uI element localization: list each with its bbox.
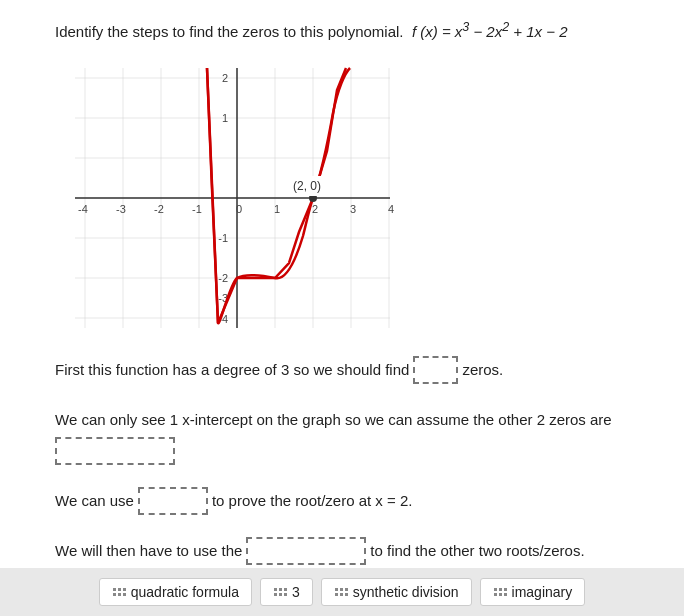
paragraph-1: First this function has a degree of 3 so… xyxy=(55,356,644,384)
svg-text:-1: -1 xyxy=(218,232,228,244)
point-label: (2, 0) xyxy=(293,179,321,193)
chip-quadratic-formula[interactable]: quadratic formula xyxy=(99,578,252,606)
svg-text:0: 0 xyxy=(236,203,242,215)
svg-text:3: 3 xyxy=(350,203,356,215)
svg-text:4: 4 xyxy=(388,203,394,215)
svg-text:1: 1 xyxy=(222,112,228,124)
question-text: Identify the steps to find the zeros to … xyxy=(55,18,644,44)
chip-3-label: 3 xyxy=(292,584,300,600)
para1-text-after: zeros. xyxy=(462,356,503,383)
blank-4[interactable] xyxy=(246,537,366,565)
chip-quadratic-drag-icon xyxy=(112,587,126,597)
blank-2[interactable] xyxy=(55,437,175,465)
graph-container: -4 -3 -2 -1 0 1 2 3 4 2 1 -1 -2 -3 -4 xyxy=(55,58,395,338)
para4-text-before: We will then have to use the xyxy=(55,537,242,564)
question-intro: Identify the steps to find the zeros to … xyxy=(55,23,404,40)
svg-text:2: 2 xyxy=(222,72,228,84)
para1-text-before: First this function has a degree of 3 so… xyxy=(55,356,409,383)
paragraph-2: We can only see 1 x-intercept on the gra… xyxy=(55,406,644,465)
svg-text:2: 2 xyxy=(312,203,318,215)
para3-text-after: to prove the root/zero at x = 2. xyxy=(212,487,413,514)
svg-text:-2: -2 xyxy=(218,272,228,284)
svg-text:1: 1 xyxy=(274,203,280,215)
svg-text:-2: -2 xyxy=(154,203,164,215)
blank-3[interactable] xyxy=(138,487,208,515)
paragraph-4: We will then have to use the to find the… xyxy=(55,537,644,565)
chip-synthetic-label: synthetic division xyxy=(353,584,459,600)
para3-text-before: We can use xyxy=(55,487,134,514)
chip-3-drag-icon xyxy=(273,587,287,597)
answer-bar: quadratic formula 3 synthetic division i… xyxy=(0,568,684,616)
formula-text: f (x) = x3 − 2x2 + 1x − 2 xyxy=(408,23,568,40)
chip-synthetic-drag-icon xyxy=(334,587,348,597)
graph-svg: -4 -3 -2 -1 0 1 2 3 4 2 1 -1 -2 -3 -4 xyxy=(55,58,395,338)
blank-1[interactable] xyxy=(413,356,458,384)
paragraph-3: We can use to prove the root/zero at x =… xyxy=(55,487,644,515)
chip-quadratic-label: quadratic formula xyxy=(131,584,239,600)
chip-imaginary[interactable]: imaginary xyxy=(480,578,586,606)
svg-text:-4: -4 xyxy=(78,203,88,215)
chip-synthetic-division[interactable]: synthetic division xyxy=(321,578,472,606)
svg-text:-1: -1 xyxy=(192,203,202,215)
chip-3[interactable]: 3 xyxy=(260,578,313,606)
main-content: Identify the steps to find the zeros to … xyxy=(0,0,684,607)
chip-imaginary-label: imaginary xyxy=(512,584,573,600)
chip-imaginary-drag-icon xyxy=(493,587,507,597)
para2-text-before: We can only see 1 x-intercept on the gra… xyxy=(55,406,612,433)
svg-text:-3: -3 xyxy=(116,203,126,215)
para4-text-after: to find the other two roots/zeros. xyxy=(370,537,584,564)
